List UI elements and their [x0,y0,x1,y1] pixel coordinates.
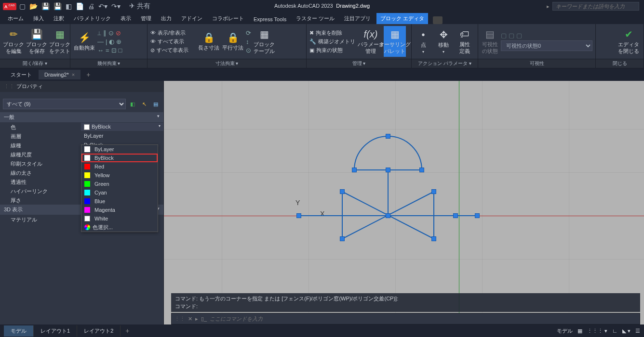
visibility-state-button[interactable]: ▤可視性 の状態 [481,26,499,57]
panel-label[interactable]: 寸法拘束 [148,59,306,68]
open-icon[interactable]: 📂 [29,2,38,10]
block-geometry[interactable] [164,81,644,324]
property-value[interactable]: ByBlock [81,123,163,131]
command-input[interactable] [210,316,637,322]
color-option[interactable]: 色選択... [81,223,158,232]
layout-1[interactable]: レイアウト1 [34,325,77,337]
menu-view[interactable]: 表示 [117,13,135,24]
tab-drawing[interactable]: Drawing2*× [39,70,80,79]
grip[interactable] [431,236,436,241]
menu-annotate[interactable]: 注釈 [50,13,68,24]
constraint-icon[interactable]: | [106,38,107,45]
linear-dim-button[interactable]: 🔒長さ寸法 [198,26,220,57]
constraint-icon[interactable]: ↕ [246,38,251,45]
color-option[interactable]: Red [81,162,158,171]
pim-icon[interactable]: ▤ [151,99,161,109]
close-icon[interactable]: × [72,72,75,78]
menu-insert[interactable]: 挿入 [29,13,48,24]
attribute-button[interactable]: 🏷属性 定義 [455,26,474,57]
constraint-icon[interactable]: ◐ [109,38,114,45]
color-dropdown[interactable]: ByLayerByBlockRedYellowGreenCyanBlueMage… [81,144,158,232]
layout-model[interactable]: モデル [4,325,34,337]
color-option[interactable]: Blue [81,197,158,206]
constraint-icon[interactable]: ⊘ [116,29,121,37]
grip[interactable] [386,213,390,218]
section-general[interactable]: 一般 [0,112,163,122]
color-option[interactable]: White [81,214,158,223]
menu-collaborate[interactable]: コラボレート [208,13,248,24]
menu-manage[interactable]: 管理 [137,13,155,24]
constraint-status-button[interactable]: ▣拘束の状態 [309,47,358,54]
visibility-select[interactable]: 可視性の状態0 [501,40,592,51]
panel-label[interactable]: 開く/保存 ▾ [0,59,70,68]
layout-2[interactable]: レイアウト2 [77,325,121,337]
menu-output[interactable]: 出力 [157,13,175,24]
handle-icon[interactable]: ⋮⋮ [174,316,185,322]
diff-icon[interactable]: ◧ [66,2,72,10]
constraint-icon[interactable]: ⊡ [111,47,117,54]
chevron-icon[interactable]: ▸ [195,316,198,322]
vis-icon[interactable]: ▢ [516,32,522,39]
grip[interactable] [475,213,480,218]
constraint-icon[interactable]: ⟂ [97,29,101,37]
share-button[interactable]: ✈ 共有 [129,2,150,11]
grip[interactable] [352,168,357,172]
menu-featured[interactable]: 注目アプリ [340,13,375,24]
edit-block-button[interactable]: ✏ブロック を編集 [3,26,24,57]
new-tab-button[interactable]: + [81,71,95,78]
saveas-icon[interactable]: 💾 [54,2,62,10]
grip[interactable] [296,213,301,218]
menu-addin[interactable]: アドイン [177,13,206,24]
color-option[interactable]: Magenta [81,206,158,214]
menu-block-editor[interactable]: ブロック エディタ [376,13,428,24]
close-icon[interactable]: ✕ [188,316,192,322]
grip[interactable] [431,189,436,194]
panel-label[interactable]: 幾何拘束 [70,59,147,68]
model-space-button[interactable]: モデル [557,327,573,335]
constraint-icon[interactable]: ⟳ [246,29,251,37]
menu-parametric[interactable]: パラメトリック [70,13,115,24]
menu-express[interactable]: Express Tools [250,14,290,24]
save-icon[interactable]: 💾 [41,2,50,10]
grid-icon[interactable]: ▦ [577,328,582,334]
redo-icon[interactable]: ↷▾ [111,2,121,10]
construction-geom-button[interactable]: 🔧構築ジオメトリ [309,38,358,45]
iso-icon[interactable]: ◣ ▾ [622,328,631,334]
print-icon[interactable]: 🖨 [88,2,94,10]
show-hide-button[interactable]: 👁表示/非表示 [150,29,196,37]
quickselect-icon[interactable]: ◧ [128,99,137,109]
property-value[interactable]: ByLayer [81,132,163,140]
color-option[interactable]: ByLayer [81,145,158,154]
grip[interactable] [386,134,390,139]
snap-icon[interactable]: ⋮⋮⋮ ▾ [587,328,607,334]
ortho-icon[interactable]: ∟ [612,328,617,334]
test-block-button[interactable]: ▦ブロック をテスト [49,26,70,57]
undo-icon[interactable]: ↶▾ [98,2,107,10]
panel-label[interactable]: アクション パラメータ ▾ [412,59,478,68]
constraint-icon[interactable]: = [106,47,109,54]
constraint-icon[interactable]: ↔ [97,47,104,54]
hide-all-button[interactable]: ⊘すべて非表示 [150,47,196,54]
vis-icon[interactable]: ▢ [509,32,514,39]
filter-select[interactable]: すべて (9) [3,99,126,109]
authoring-palette-button[interactable]: ▦オーサリング パレット [384,26,406,57]
new-icon[interactable]: ▢ [19,2,26,10]
search-input[interactable] [552,2,639,11]
constraint-icon[interactable]: — [97,38,104,45]
add-layout-button[interactable]: + [121,327,134,335]
menu-home[interactable]: ホーム [4,13,27,24]
grip[interactable] [419,168,424,172]
palette-title[interactable]: プロパティ [0,81,163,92]
move-button[interactable]: ✥移動▾ [434,26,453,57]
property-row[interactable]: 画層ByLayer [0,131,163,141]
vis-icon[interactable]: ▢ [501,32,507,39]
save-block-button[interactable]: 💾ブロック を保存 [26,26,47,57]
tab-start[interactable]: スタート [5,69,38,80]
color-option[interactable]: ByBlock [81,154,158,162]
grip[interactable] [386,168,390,172]
select-icon[interactable]: ↖ [139,99,149,109]
grip[interactable] [340,236,345,241]
grip[interactable] [340,189,345,194]
plot-icon[interactable]: 📄 [76,2,84,10]
auto-constrain-button[interactable]: ⚡自動拘束 [73,26,95,57]
